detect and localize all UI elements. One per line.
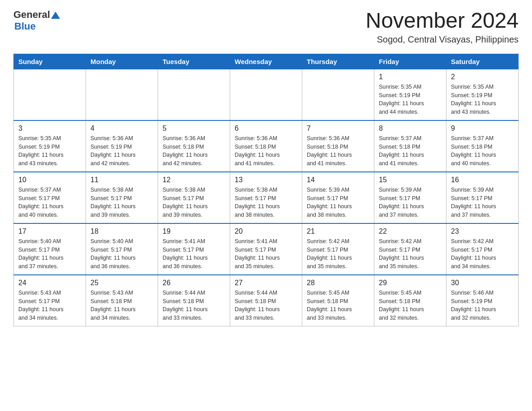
day-number: 5 (163, 124, 225, 133)
logo-general-text: General (13, 9, 50, 21)
day-info: Sunrise: 5:46 AMSunset: 5:19 PMDaylight:… (451, 289, 514, 322)
day-info: Sunrise: 5:43 AMSunset: 5:18 PMDaylight:… (90, 289, 153, 322)
calendar-cell (86, 69, 158, 120)
calendar-header-wednesday: Wednesday (230, 54, 302, 69)
day-number: 3 (18, 124, 81, 133)
day-number: 19 (163, 227, 225, 235)
title-section: November 2024 Sogod, Central Visayas, Ph… (365, 9, 519, 45)
day-info: Sunrise: 5:38 AMSunset: 5:17 PMDaylight:… (90, 186, 153, 219)
day-info: Sunrise: 5:42 AMSunset: 5:17 PMDaylight:… (307, 237, 369, 271)
day-number: 9 (451, 124, 514, 133)
day-info: Sunrise: 5:42 AMSunset: 5:17 PMDaylight:… (379, 237, 442, 271)
day-number: 2 (451, 73, 514, 81)
day-info: Sunrise: 5:39 AMSunset: 5:17 PMDaylight:… (451, 186, 514, 219)
day-number: 18 (90, 227, 153, 235)
calendar-header-row: SundayMondayTuesdayWednesdayThursdayFrid… (14, 54, 519, 69)
day-info: Sunrise: 5:44 AMSunset: 5:18 PMDaylight:… (163, 289, 225, 322)
calendar-cell: 26Sunrise: 5:44 AMSunset: 5:18 PMDayligh… (158, 275, 230, 326)
calendar-cell: 19Sunrise: 5:41 AMSunset: 5:17 PMDayligh… (158, 223, 230, 275)
day-info: Sunrise: 5:35 AMSunset: 5:19 PMDaylight:… (18, 134, 81, 168)
day-info: Sunrise: 5:39 AMSunset: 5:17 PMDaylight:… (379, 186, 442, 219)
calendar-cell: 13Sunrise: 5:38 AMSunset: 5:17 PMDayligh… (230, 172, 302, 223)
day-number: 16 (451, 176, 514, 184)
day-info: Sunrise: 5:43 AMSunset: 5:17 PMDaylight:… (18, 289, 81, 322)
day-number: 8 (379, 124, 442, 133)
calendar-cell (302, 69, 374, 120)
calendar-week-1: 1Sunrise: 5:35 AMSunset: 5:19 PMDaylight… (14, 69, 519, 120)
calendar-cell: 29Sunrise: 5:45 AMSunset: 5:18 PMDayligh… (374, 275, 446, 326)
day-info: Sunrise: 5:36 AMSunset: 5:18 PMDaylight:… (307, 134, 369, 168)
calendar-week-5: 24Sunrise: 5:43 AMSunset: 5:17 PMDayligh… (14, 275, 519, 326)
day-number: 22 (379, 227, 442, 235)
day-number: 24 (18, 279, 81, 287)
calendar-cell: 4Sunrise: 5:36 AMSunset: 5:19 PMDaylight… (86, 120, 158, 172)
calendar-cell: 18Sunrise: 5:40 AMSunset: 5:17 PMDayligh… (86, 223, 158, 275)
calendar-cell: 24Sunrise: 5:43 AMSunset: 5:17 PMDayligh… (14, 275, 86, 326)
day-info: Sunrise: 5:41 AMSunset: 5:17 PMDaylight:… (163, 237, 225, 271)
day-number: 21 (307, 227, 369, 235)
day-info: Sunrise: 5:38 AMSunset: 5:17 PMDaylight:… (163, 186, 225, 219)
day-info: Sunrise: 5:37 AMSunset: 5:18 PMDaylight:… (451, 134, 514, 168)
calendar-header-friday: Friday (374, 54, 446, 69)
page-subtitle: Sogod, Central Visayas, Philippines (365, 34, 519, 45)
day-info: Sunrise: 5:35 AMSunset: 5:19 PMDaylight:… (451, 83, 514, 116)
calendar-cell: 16Sunrise: 5:39 AMSunset: 5:17 PMDayligh… (446, 172, 519, 223)
calendar-cell: 20Sunrise: 5:41 AMSunset: 5:17 PMDayligh… (230, 223, 302, 275)
calendar-cell (14, 69, 86, 120)
day-info: Sunrise: 5:36 AMSunset: 5:19 PMDaylight:… (90, 134, 153, 168)
calendar-header-sunday: Sunday (14, 54, 86, 69)
calendar-cell: 7Sunrise: 5:36 AMSunset: 5:18 PMDaylight… (302, 120, 374, 172)
calendar-cell: 14Sunrise: 5:39 AMSunset: 5:17 PMDayligh… (302, 172, 374, 223)
day-number: 11 (90, 176, 153, 184)
logo: General Blue (13, 9, 60, 32)
day-info: Sunrise: 5:35 AMSunset: 5:19 PMDaylight:… (379, 83, 442, 116)
calendar-week-2: 3Sunrise: 5:35 AMSunset: 5:19 PMDaylight… (14, 120, 519, 172)
day-info: Sunrise: 5:45 AMSunset: 5:18 PMDaylight:… (379, 289, 442, 322)
day-number: 10 (18, 176, 81, 184)
calendar-cell (230, 69, 302, 120)
calendar-cell: 12Sunrise: 5:38 AMSunset: 5:17 PMDayligh… (158, 172, 230, 223)
day-number: 6 (235, 124, 297, 133)
calendar-header-saturday: Saturday (446, 54, 519, 69)
calendar-cell: 21Sunrise: 5:42 AMSunset: 5:17 PMDayligh… (302, 223, 374, 275)
logo-blue-text: Blue (14, 21, 36, 32)
calendar-cell (158, 69, 230, 120)
day-number: 26 (163, 279, 225, 287)
day-number: 28 (307, 279, 369, 287)
day-info: Sunrise: 5:36 AMSunset: 5:18 PMDaylight:… (235, 134, 297, 168)
calendar-cell: 8Sunrise: 5:37 AMSunset: 5:18 PMDaylight… (374, 120, 446, 172)
calendar-cell: 6Sunrise: 5:36 AMSunset: 5:18 PMDaylight… (230, 120, 302, 172)
day-number: 15 (379, 176, 442, 184)
day-info: Sunrise: 5:40 AMSunset: 5:17 PMDaylight:… (90, 237, 153, 271)
calendar-cell: 28Sunrise: 5:45 AMSunset: 5:18 PMDayligh… (302, 275, 374, 326)
calendar-cell: 5Sunrise: 5:36 AMSunset: 5:18 PMDaylight… (158, 120, 230, 172)
calendar-week-3: 10Sunrise: 5:37 AMSunset: 5:17 PMDayligh… (14, 172, 519, 223)
day-info: Sunrise: 5:42 AMSunset: 5:17 PMDaylight:… (451, 237, 514, 271)
page-header: General Blue November 2024 Sogod, Centra… (13, 9, 519, 45)
calendar-cell: 10Sunrise: 5:37 AMSunset: 5:17 PMDayligh… (14, 172, 86, 223)
calendar-header-tuesday: Tuesday (158, 54, 230, 69)
calendar-cell: 27Sunrise: 5:44 AMSunset: 5:18 PMDayligh… (230, 275, 302, 326)
calendar-cell: 3Sunrise: 5:35 AMSunset: 5:19 PMDaylight… (14, 120, 86, 172)
day-info: Sunrise: 5:41 AMSunset: 5:17 PMDaylight:… (235, 237, 297, 271)
day-info: Sunrise: 5:39 AMSunset: 5:17 PMDaylight:… (307, 186, 369, 219)
day-info: Sunrise: 5:36 AMSunset: 5:18 PMDaylight:… (163, 134, 225, 168)
logo-triangle-icon (51, 11, 60, 19)
day-number: 29 (379, 279, 442, 287)
day-number: 4 (90, 124, 153, 133)
calendar-cell: 1Sunrise: 5:35 AMSunset: 5:19 PMDaylight… (374, 69, 446, 120)
day-number: 1 (379, 73, 442, 81)
calendar-cell: 15Sunrise: 5:39 AMSunset: 5:17 PMDayligh… (374, 172, 446, 223)
calendar-cell: 25Sunrise: 5:43 AMSunset: 5:18 PMDayligh… (86, 275, 158, 326)
day-number: 25 (90, 279, 153, 287)
day-info: Sunrise: 5:38 AMSunset: 5:17 PMDaylight:… (235, 186, 297, 219)
calendar-cell: 23Sunrise: 5:42 AMSunset: 5:17 PMDayligh… (446, 223, 519, 275)
page-title: November 2024 (365, 9, 519, 33)
day-info: Sunrise: 5:40 AMSunset: 5:17 PMDaylight:… (18, 237, 81, 271)
day-info: Sunrise: 5:37 AMSunset: 5:17 PMDaylight:… (18, 186, 81, 219)
day-number: 27 (235, 279, 297, 287)
day-number: 17 (18, 227, 81, 235)
day-info: Sunrise: 5:44 AMSunset: 5:18 PMDaylight:… (235, 289, 297, 322)
calendar-table: SundayMondayTuesdayWednesdayThursdayFrid… (13, 54, 519, 326)
day-number: 30 (451, 279, 514, 287)
